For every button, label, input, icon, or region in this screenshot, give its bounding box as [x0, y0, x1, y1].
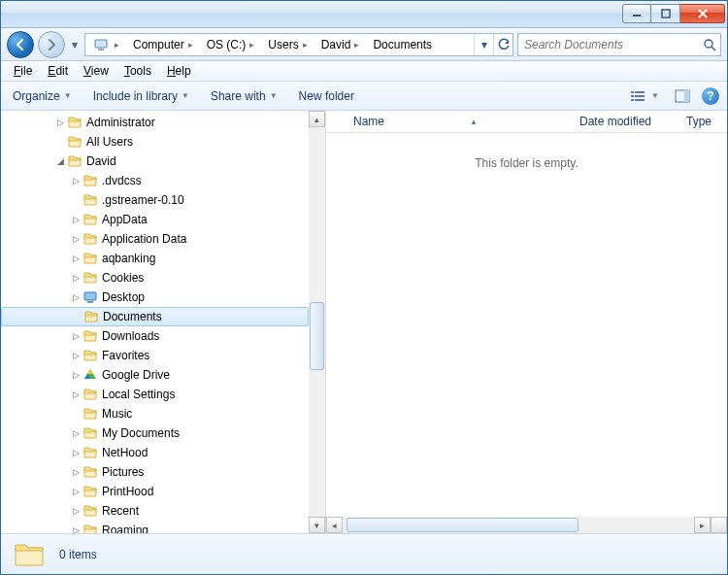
- tree-item[interactable]: ▷Downloads: [1, 326, 309, 346]
- title-bar: [1, 1, 727, 28]
- expand-collapse-icon[interactable]: ▷: [69, 389, 83, 399]
- scroll-right-button[interactable]: ▸: [694, 517, 711, 533]
- tree-item[interactable]: ▷Cookies: [1, 268, 309, 288]
- navigation-tree[interactable]: ▷AdministratorAll Users◢David▷.dvdcss.gs…: [1, 111, 326, 533]
- tree-item-label: Recent: [102, 504, 139, 518]
- tree-item[interactable]: Music: [1, 404, 309, 423]
- menu-file[interactable]: File: [7, 62, 39, 80]
- tree-item[interactable]: ▷PrintHood: [1, 482, 309, 501]
- tree-item[interactable]: ▷Roaming: [1, 521, 309, 533]
- tree-item[interactable]: ▷Recent: [1, 501, 309, 521]
- tree-item[interactable]: ▷My Documents: [1, 423, 309, 443]
- window-controls: [622, 4, 725, 23]
- close-button[interactable]: [680, 4, 725, 23]
- maximize-icon: [661, 9, 671, 18]
- maximize-button[interactable]: [651, 4, 680, 23]
- resize-grip[interactable]: [711, 517, 727, 533]
- expand-collapse-icon[interactable]: ◢: [53, 156, 67, 166]
- menu-view[interactable]: View: [77, 62, 116, 80]
- folder-icon: [83, 192, 98, 208]
- tree-item[interactable]: ▷Desktop: [1, 288, 309, 307]
- tree-item[interactable]: ◢David: [1, 152, 309, 171]
- expand-collapse-icon[interactable]: ▷: [69, 254, 83, 263]
- search-box[interactable]: [517, 33, 721, 56]
- breadcrumb-item[interactable]: Computer▸: [125, 34, 199, 55]
- svg-rect-0: [633, 15, 641, 17]
- tree-item[interactable]: ▷Local Settings: [1, 385, 309, 404]
- breadcrumb-item[interactable]: David▸: [314, 34, 366, 55]
- nav-history-dropdown[interactable]: ▾: [69, 31, 81, 58]
- expand-collapse-icon[interactable]: ▷: [69, 428, 83, 438]
- breadcrumb-root[interactable]: ▸: [85, 34, 125, 55]
- search-input[interactable]: [522, 37, 703, 52]
- tree-item[interactable]: ▷NetHood: [1, 443, 309, 462]
- breadcrumb-item[interactable]: Users▸: [260, 34, 313, 55]
- back-button[interactable]: [7, 31, 34, 58]
- breadcrumb-item[interactable]: OS (C:)▸: [199, 34, 261, 55]
- tree-item[interactable]: .gstreamer-0.10: [1, 190, 309, 210]
- expand-collapse-icon[interactable]: ▷: [53, 118, 67, 127]
- folder-icon: [83, 173, 98, 188]
- tree-item[interactable]: ▷aqbanking: [1, 249, 309, 268]
- tree-item[interactable]: ▷.dvdcss: [1, 171, 309, 190]
- menu-help[interactable]: Help: [160, 62, 198, 80]
- new-folder-button[interactable]: New folder: [295, 86, 358, 106]
- tree-item-label: Documents: [103, 310, 162, 323]
- expand-collapse-icon[interactable]: ▷: [69, 351, 83, 360]
- include-library-button[interactable]: Include in library▼: [89, 86, 193, 106]
- expand-collapse-icon[interactable]: ▷: [69, 176, 83, 186]
- expand-collapse-icon[interactable]: ▷: [69, 273, 83, 283]
- expand-collapse-icon[interactable]: ▷: [69, 467, 83, 477]
- scroll-thumb[interactable]: [310, 302, 324, 370]
- organize-button[interactable]: Organize▼: [9, 86, 76, 106]
- tree-item-label: PrintHood: [102, 485, 153, 498]
- forward-button[interactable]: [38, 31, 65, 58]
- column-type[interactable]: Type: [678, 111, 727, 132]
- menu-edit[interactable]: Edit: [41, 62, 75, 80]
- folder-icon: [83, 367, 98, 383]
- preview-pane-button[interactable]: [671, 86, 694, 106]
- tree-item[interactable]: All Users: [1, 132, 309, 152]
- close-icon: [697, 9, 709, 18]
- menu-tools[interactable]: Tools: [117, 62, 158, 80]
- refresh-button[interactable]: [493, 34, 513, 55]
- horizontal-scrollbar[interactable]: ◂ ▸: [326, 517, 727, 533]
- svg-marker-17: [87, 369, 93, 374]
- expand-collapse-icon[interactable]: ▷: [69, 234, 83, 244]
- scroll-down-button[interactable]: ▾: [309, 517, 325, 533]
- include-label: Include in library: [93, 89, 178, 103]
- organize-label: Organize: [13, 89, 60, 103]
- minimize-button[interactable]: [622, 4, 651, 23]
- address-dropdown[interactable]: ▾: [474, 34, 493, 55]
- address-bar[interactable]: ▸ Computer▸ OS (C:)▸ Users▸ David▸ Docum…: [84, 33, 513, 56]
- svg-rect-10: [631, 99, 634, 101]
- tree-item[interactable]: ▷Administrator: [1, 113, 309, 132]
- tree-item[interactable]: ▷Favorites: [1, 346, 309, 365]
- tree-item[interactable]: ▷Application Data: [1, 229, 309, 249]
- tree-item[interactable]: ▷Pictures: [1, 462, 309, 482]
- tree-item[interactable]: ▷Google Drive: [1, 365, 309, 385]
- scroll-track[interactable]: [309, 127, 325, 517]
- help-button[interactable]: ?: [702, 87, 719, 105]
- tree-scrollbar[interactable]: ▴▾: [309, 111, 325, 533]
- tree-item[interactable]: ▷AppData: [1, 210, 309, 229]
- column-name[interactable]: Name ▲: [346, 111, 572, 132]
- expand-collapse-icon[interactable]: ▷: [69, 525, 83, 533]
- expand-collapse-icon[interactable]: ▷: [69, 487, 83, 496]
- expand-collapse-icon[interactable]: ▷: [69, 215, 83, 224]
- expand-collapse-icon[interactable]: ▷: [69, 370, 83, 380]
- expand-collapse-icon[interactable]: ▷: [69, 448, 83, 457]
- scroll-thumb[interactable]: [347, 518, 579, 532]
- svg-point-4: [705, 40, 712, 48]
- share-with-button[interactable]: Share with▼: [207, 86, 281, 106]
- scroll-left-button[interactable]: ◂: [326, 517, 343, 533]
- column-date-modified[interactable]: Date modified: [572, 111, 678, 132]
- scroll-up-button[interactable]: ▴: [309, 111, 325, 127]
- breadcrumb-item[interactable]: Documents: [365, 34, 438, 55]
- tree-item[interactable]: Documents: [1, 307, 309, 326]
- expand-collapse-icon[interactable]: ▷: [69, 331, 83, 341]
- view-options-button[interactable]: ▼: [626, 86, 663, 106]
- expand-collapse-icon[interactable]: ▷: [69, 292, 83, 302]
- scroll-track[interactable]: [343, 517, 694, 533]
- expand-collapse-icon[interactable]: ▷: [69, 506, 83, 516]
